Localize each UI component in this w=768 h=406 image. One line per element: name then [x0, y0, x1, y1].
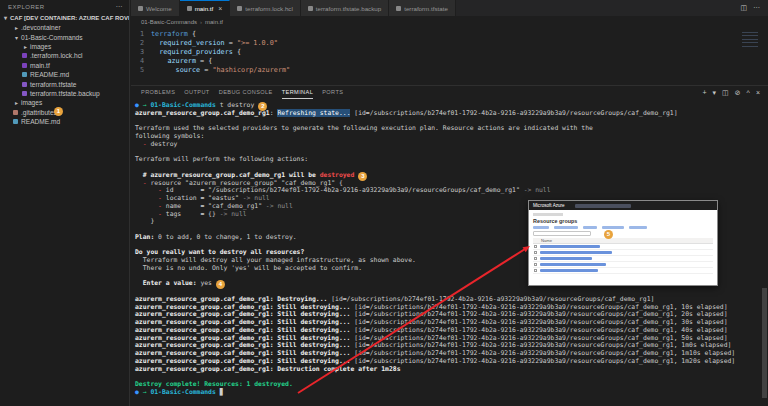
- code-line: 5 source = "hashicorp/azurerm": [131, 66, 768, 75]
- azure-toolbar-item: [533, 226, 549, 229]
- tree-item[interactable]: terraform.tfstate.backup: [0, 89, 129, 98]
- kill-terminal-icon[interactable]: ⊘: [735, 89, 741, 97]
- azure-search-bar: [575, 204, 631, 208]
- tree-item[interactable]: ▸.devcontainer: [0, 23, 129, 32]
- chevron-closed-icon: ▸: [13, 24, 20, 31]
- tree-item-label: .gitattributes: [21, 109, 57, 116]
- close-tab-icon[interactable]: ×: [218, 5, 222, 12]
- breadcrumb-file[interactable]: main.tf: [205, 19, 223, 25]
- close-panel-icon[interactable]: ×: [756, 89, 760, 96]
- terminal-dropdown-icon[interactable]: ▾: [713, 89, 717, 97]
- azure-topbar: Microsoft Azure: [529, 201, 717, 210]
- tree-item[interactable]: main.tf: [0, 61, 129, 70]
- tfstate-icon: [308, 6, 313, 11]
- panel-tab-debug-console[interactable]: DEBUG CONSOLE: [219, 86, 273, 99]
- tree-item[interactable]: .terraform.lock.hcl: [0, 51, 129, 60]
- azure-row-link: [540, 251, 612, 254]
- tree-item[interactable]: README.md: [0, 117, 129, 126]
- sidebar: EXPLORER ⋯ ▾ CAF [DEV CONTAINER: AZURE C…: [0, 0, 130, 406]
- checkbox-icon: [534, 269, 537, 272]
- azure-filter-box: [533, 231, 591, 236]
- azure-toolbar-item: [583, 226, 597, 229]
- tfstate-icon: [22, 82, 27, 87]
- panel-tab-terminal[interactable]: TERMINAL: [282, 86, 313, 99]
- azure-toolbar-item: [602, 226, 624, 229]
- tree-item-label: README.md: [21, 118, 60, 125]
- project-root-item[interactable]: ▾ CAF [DEV CONTAINER: AZURE CAF ROVER]: [0, 13, 129, 23]
- panel-header: PROBLEMSOUTPUTDEBUG CONSOLETERMINALPORTS…: [131, 86, 768, 99]
- breadcrumb-separator-icon: ›: [200, 19, 202, 25]
- panel-tab-ports[interactable]: PORTS: [322, 86, 343, 99]
- add-terminal-icon[interactable]: +: [703, 89, 707, 96]
- azure-row-link: [540, 257, 592, 260]
- tab-label: terraform.tfstate.backup: [316, 5, 381, 12]
- explorer-more-icon[interactable]: ⋯: [116, 3, 124, 11]
- terminal-line: Terraform used the selected providers to…: [135, 125, 768, 133]
- tree-item[interactable]: ▾01-Basic-Commands: [0, 32, 129, 41]
- tree-item[interactable]: ▸images: [0, 42, 129, 51]
- terminal-line: Terraform will perform the following act…: [135, 156, 768, 164]
- terminal-line: azurerm_resource_group.caf_demo_rg1: Des…: [135, 366, 768, 374]
- panel-actions: +▾◫⊘^×: [703, 89, 761, 97]
- tree-item[interactable]: terraform.tfstate: [0, 79, 129, 88]
- azure-body: Resource groups Name: [529, 210, 717, 276]
- azure-topbar-title: Microsoft Azure: [533, 203, 565, 208]
- minimap[interactable]: [742, 32, 758, 49]
- terminal-line: - destroy: [135, 141, 768, 149]
- panel-tab-problems[interactable]: PROBLEMS: [141, 86, 175, 99]
- terraform-lock-icon: [237, 6, 242, 11]
- breadcrumb-folder[interactable]: 01-Basic-Commands: [141, 19, 197, 25]
- checkbox-icon: [534, 257, 537, 260]
- terraform-icon: [22, 63, 27, 68]
- terminal-scrollbar[interactable]: [762, 98, 767, 404]
- azure-page-title: Resource groups: [533, 218, 713, 224]
- chevron-closed-icon: ▸: [22, 43, 29, 50]
- terminal-line: Destroy complete! Resources: 1 destroyed…: [135, 381, 768, 389]
- line-number: 5: [131, 66, 151, 75]
- terraform-lock-icon: [22, 53, 27, 58]
- tab-terraform.tfstate.backup[interactable]: terraform.tfstate.backup: [301, 0, 389, 16]
- tab-label: terraform.tfstate: [404, 5, 448, 12]
- tree-item[interactable]: ▸images: [0, 98, 129, 107]
- tree-item[interactable]: README.md: [0, 70, 129, 79]
- scrollbar-thumb[interactable]: [762, 288, 767, 398]
- code-line: 4 azurerm = {: [131, 57, 768, 66]
- chevron-closed-icon: ▸: [13, 99, 20, 106]
- code-line: 3 required_providers {: [131, 48, 768, 57]
- annotation-1-badge: 1: [54, 107, 63, 116]
- tab-terraform.lock.hcl[interactable]: terraform.lock.hcl: [230, 0, 300, 16]
- tab-main.tf[interactable]: main.tf×: [180, 0, 231, 16]
- editor-actions: ◫⋯: [732, 0, 768, 16]
- code-line: 2 required_version = ">= 1.0.0": [131, 39, 768, 48]
- terraform-icon: [187, 6, 192, 11]
- tfstate-icon: [396, 6, 401, 11]
- markdown-icon: [13, 119, 18, 124]
- tree-item-label: terraform.tfstate.backup: [30, 90, 100, 97]
- tfstate-icon: [22, 91, 27, 96]
- breadcrumb[interactable]: 01-Basic-Commands › main.tf: [131, 16, 768, 27]
- annotation-5-badge: 5: [604, 230, 613, 239]
- code-lines: 1terraform {2 required_version = ">= 1.0…: [131, 30, 768, 75]
- code-editor[interactable]: 1terraform {2 required_version = ">= 1.0…: [131, 27, 768, 85]
- terminal-line: following symbols:: [135, 133, 768, 141]
- checkbox-icon: [534, 251, 537, 254]
- line-number: 1: [131, 30, 151, 39]
- tree-item[interactable]: .gitattributes: [0, 108, 129, 117]
- tree-item-label: images: [30, 43, 51, 50]
- split-editor-icon[interactable]: ◫: [740, 4, 747, 12]
- tabs: Welcomemain.tf×terraform.lock.hclterrafo…: [131, 0, 456, 16]
- tab-Welcome[interactable]: Welcome: [131, 0, 180, 16]
- vscode-window: EXPLORER ⋯ ▾ CAF [DEV CONTAINER: AZURE C…: [0, 0, 768, 406]
- terminal-line: ● → 01-Basic-Commands ▊: [135, 389, 768, 397]
- tree-item-label: terraform.tfstate: [30, 81, 77, 88]
- markdown-icon: [22, 72, 27, 77]
- tab-terraform.tfstate[interactable]: terraform.tfstate: [389, 0, 456, 16]
- tree-item-label: main.tf: [30, 62, 50, 69]
- split-terminal-icon[interactable]: ◫: [722, 89, 729, 97]
- maximize-panel-icon[interactable]: ^: [747, 89, 750, 96]
- azure-row-link: [540, 263, 606, 266]
- more-editor-actions-icon[interactable]: ⋯: [753, 4, 760, 12]
- azure-table-row: [533, 268, 713, 274]
- tree-item-label: 01-Basic-Commands: [21, 34, 83, 41]
- panel-tab-output[interactable]: OUTPUT: [184, 86, 209, 99]
